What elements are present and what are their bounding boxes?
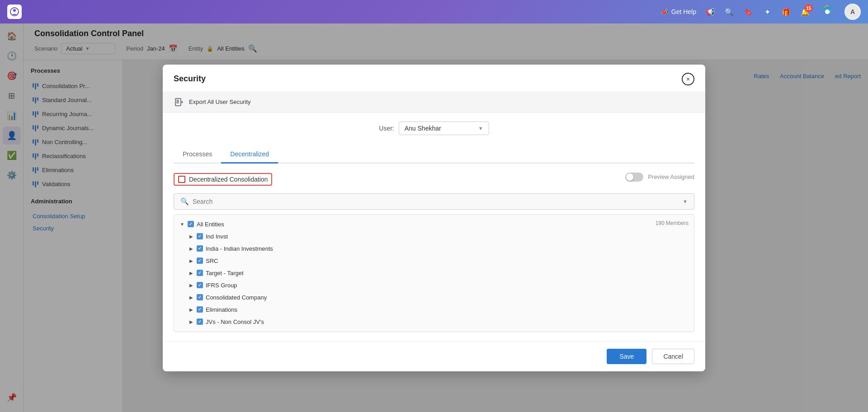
modal-body: User: Anu Shekhar ▼ Processes Decentrali… xyxy=(163,112,705,341)
tree-item-checkbox[interactable] xyxy=(188,221,194,227)
svg-rect-8 xyxy=(176,100,179,101)
modal-header: Security × xyxy=(163,65,705,92)
modal-toolbar: Export All User Security xyxy=(163,92,705,112)
modal-footer: Save Cancel xyxy=(163,341,705,371)
top-navigation: 📣 Get Help 📢 🔍 🔖 ✦ 🎁 🔔 15 A xyxy=(0,0,868,23)
bookmark-icon[interactable]: 🔖 xyxy=(743,7,753,17)
tab-decentralized[interactable]: Decentralized xyxy=(221,146,278,164)
user-value: Anu Shekhar xyxy=(405,125,441,132)
tree-row[interactable]: ▶ JVs - Non Consol JV's xyxy=(185,316,692,328)
user-dropdown-arrow: ▼ xyxy=(478,126,483,131)
gift-icon[interactable]: 🎁 xyxy=(781,7,791,17)
decentralized-consolidation-checkbox-group: Decentralized Consolidation xyxy=(174,173,272,186)
tree-item-label: Ind Invst xyxy=(206,233,228,240)
tree-row[interactable]: ▶ Consolidated Company xyxy=(185,291,692,304)
export-all-security-label[interactable]: Export All User Security xyxy=(189,98,251,105)
tree-item-label: SRC xyxy=(206,258,218,264)
user-selection-row: User: Anu Shekhar ▼ xyxy=(174,122,694,135)
svg-point-6 xyxy=(825,9,830,14)
notification-badge: 15 xyxy=(804,4,813,12)
tree-item-checkbox[interactable] xyxy=(197,294,203,300)
compass-icon[interactable]: ✦ xyxy=(762,7,772,17)
tree-item-label: JVs - Non Consol JV's xyxy=(206,318,264,325)
tree-expand-icon: ▶ xyxy=(189,295,194,300)
tree-row[interactable]: ▶ Ind Invst xyxy=(185,230,692,243)
top-nav-right: 📣 Get Help 📢 🔍 🔖 ✦ 🎁 🔔 15 A xyxy=(661,4,861,20)
tree-expand-icon: ▶ xyxy=(189,234,194,239)
toggle-knob xyxy=(626,173,633,181)
tree-children: ▶ Ind Invst ▶ India - Indian Investments… xyxy=(176,230,692,328)
tree-item-label: India - Indian Investments xyxy=(206,245,273,252)
user-avatar[interactable]: A xyxy=(844,4,861,20)
tree-item-label: Consolidated Company xyxy=(206,294,267,301)
decentral-controls-row: Decentralized Consolidation Preview Assi… xyxy=(174,173,694,186)
tree-item-label: IFRS Group xyxy=(206,282,237,289)
search-input[interactable] xyxy=(193,198,679,205)
tree-expand-icon: ▶ xyxy=(189,319,194,324)
get-help-button[interactable]: 📣 Get Help xyxy=(661,8,696,15)
user-label: User: xyxy=(379,125,394,132)
svg-point-1 xyxy=(13,9,16,12)
app-logo[interactable] xyxy=(7,5,22,19)
brand-logo[interactable] xyxy=(819,4,835,20)
decentralized-consolidation-label: Decentralized Consolidation xyxy=(189,176,268,183)
tree-expand-icon: ▶ xyxy=(189,307,194,312)
security-modal: Security × Export All User Security xyxy=(163,65,705,371)
tree-row[interactable]: ▼ All Entities xyxy=(176,218,656,230)
tree-expand-icon: ▶ xyxy=(189,283,194,288)
close-icon: × xyxy=(686,75,690,83)
notification-icon[interactable]: 🔔 15 xyxy=(800,7,810,17)
modal-overlay[interactable]: Security × Export All User Security xyxy=(0,23,868,412)
tree-item-label: Target - Target xyxy=(206,270,244,276)
tree-row[interactable]: ▶ Target - Target xyxy=(185,267,692,279)
tree-row[interactable]: ▶ Eliminations xyxy=(185,304,692,316)
search-dropdown-arrow[interactable]: ▼ xyxy=(683,199,688,204)
tab-processes[interactable]: Processes xyxy=(174,146,221,164)
help-icon: 📣 xyxy=(661,8,669,15)
entity-search-bar[interactable]: 🔍 ▼ xyxy=(174,193,694,210)
tree-item-checkbox[interactable] xyxy=(197,306,203,313)
tree-expand-icon: ▼ xyxy=(179,222,185,227)
tree-item-checkbox[interactable] xyxy=(197,318,203,325)
tree-expand-icon: ▶ xyxy=(189,246,194,251)
svg-rect-9 xyxy=(176,101,179,102)
megaphone-icon[interactable]: 📢 xyxy=(705,7,715,17)
tree-expand-icon: ▶ xyxy=(189,258,194,263)
entity-tree: 190 Members ▼ All Entities ▶ Ind Invst ▶ xyxy=(174,214,694,332)
tree-item-checkbox[interactable] xyxy=(197,270,203,276)
search-icon[interactable]: 🔍 xyxy=(724,7,734,17)
tree-item-checkbox[interactable] xyxy=(197,233,203,239)
cancel-button[interactable]: Cancel xyxy=(652,349,694,364)
tree-item-label: All Entities xyxy=(197,221,224,228)
tree-row[interactable]: ▶ India - Indian Investments xyxy=(185,243,692,255)
svg-rect-7 xyxy=(175,98,181,106)
tree-item-label: Eliminations xyxy=(206,306,237,313)
tree-row[interactable]: ▶ SRC xyxy=(185,255,692,267)
tree-item-checkbox[interactable] xyxy=(197,258,203,264)
tree-item-checkbox[interactable] xyxy=(197,245,203,252)
members-count: 190 Members xyxy=(656,218,692,226)
tree-expand-icon: ▶ xyxy=(189,271,194,276)
tree-item-checkbox[interactable] xyxy=(197,282,203,288)
preview-assigned-row: Preview Assigned xyxy=(625,173,694,182)
tree-row[interactable]: ▶ IFRS Group xyxy=(185,279,692,291)
preview-assigned-toggle[interactable] xyxy=(625,173,643,182)
user-select-dropdown[interactable]: Anu Shekhar ▼ xyxy=(399,122,489,135)
preview-assigned-label: Preview Assigned xyxy=(648,173,694,180)
modal-tabs: Processes Decentralized xyxy=(174,146,694,164)
modal-close-button[interactable]: × xyxy=(682,73,694,85)
modal-title: Security xyxy=(174,74,206,84)
save-button[interactable]: Save xyxy=(607,349,646,364)
export-icon xyxy=(174,97,184,108)
svg-rect-10 xyxy=(176,103,179,103)
search-icon: 🔍 xyxy=(180,197,189,206)
decentralized-consolidation-checkbox[interactable] xyxy=(178,176,185,183)
